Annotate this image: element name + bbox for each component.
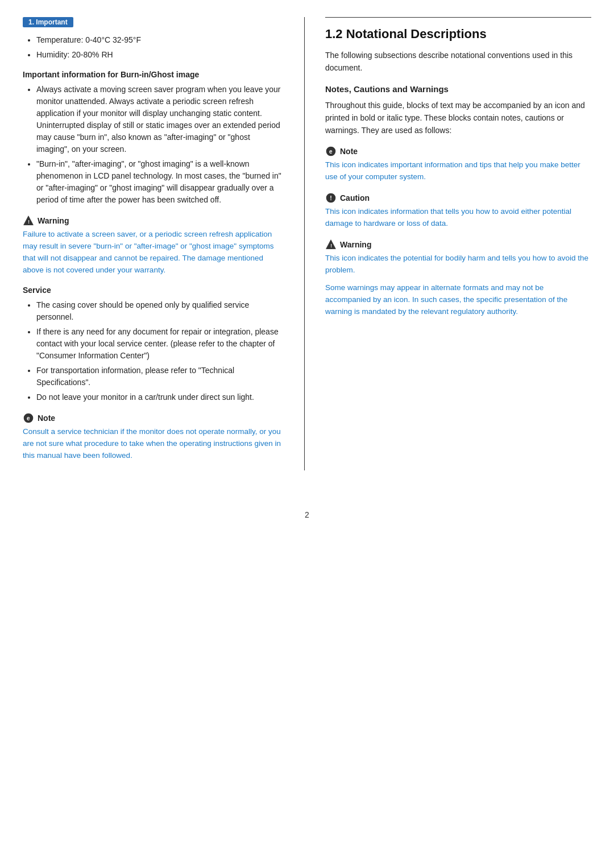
note-label-right: Note	[340, 147, 358, 156]
note-icon: e	[23, 412, 34, 424]
svg-text:!: !	[330, 243, 332, 249]
section-title: 1.2 Notational Descriptions	[325, 27, 591, 42]
warning-label-right: Warning	[340, 240, 371, 249]
section-badge: 1. Important	[23, 17, 73, 27]
svg-text:!: !	[330, 195, 332, 201]
left-column: 1. Important Temperature: 0-40°C 32-95°F…	[23, 17, 281, 470]
list-item: If there is any need for any document fo…	[36, 326, 281, 362]
note-title-right: e Note	[325, 146, 591, 157]
note-icon-right: e	[325, 146, 337, 157]
intro-bullet-list: Temperature: 0-40°C 32-95°F Humidity: 20…	[36, 34, 281, 61]
list-item: Temperature: 0-40°C 32-95°F	[36, 34, 281, 46]
list-item: "Burn-in", "after-imaging", or "ghost im…	[36, 158, 281, 206]
warning-label: Warning	[38, 216, 69, 225]
section-intro: The following subsections describe notat…	[325, 49, 591, 74]
warning-block-right: ! Warning This icon indicates the potent…	[325, 239, 591, 318]
notes-intro: Throughout this guide, blocks of text ma…	[325, 100, 591, 137]
notes-heading: Notes, Cautions and Warnings	[325, 84, 591, 94]
warning-title-right: ! Warning	[325, 239, 591, 250]
burnin-bullet-list: Always activate a moving screen saver pr…	[36, 84, 281, 206]
note-block-service: e Note Consult a service technician if t…	[23, 412, 281, 462]
page-number: 2	[0, 510, 614, 519]
caution-label-right: Caution	[340, 193, 370, 202]
note-text-right: This icon indicates important informatio…	[325, 159, 591, 183]
warning-icon: !	[23, 215, 34, 226]
note-label: Note	[38, 414, 55, 423]
service-heading: Service	[23, 286, 281, 295]
caution-text-right: This icon indicates information that tel…	[325, 206, 591, 230]
note-title: e Note	[23, 412, 281, 424]
burnin-heading: Important information for Burn-in/Ghost …	[23, 70, 281, 79]
list-item: Always activate a moving screen saver pr…	[36, 84, 281, 155]
list-item: The casing cover should be opened only b…	[36, 299, 281, 323]
service-bullet-list: The casing cover should be opened only b…	[36, 299, 281, 403]
warning-text2-right: Some warnings may appear in alternate fo…	[325, 282, 591, 318]
warning-text1-right: This icon indicates the potential for bo…	[325, 253, 591, 276]
svg-text:!: !	[28, 219, 30, 225]
right-column: 1.2 Notational Descriptions The followin…	[304, 17, 591, 470]
note-block-right: e Note This icon indicates important inf…	[325, 146, 591, 183]
svg-text:e: e	[329, 149, 333, 155]
svg-text:e: e	[27, 415, 30, 421]
warning-text: Failure to activate a screen saver, or a…	[23, 229, 281, 276]
list-item: Do not leave your monitor in a car/trunk…	[36, 391, 281, 403]
warning-block-burnin: ! Warning Failure to activate a screen s…	[23, 215, 281, 276]
caution-title-right: ! Caution	[325, 192, 591, 204]
top-divider	[325, 17, 591, 18]
caution-block-right: ! Caution This icon indicates informatio…	[325, 192, 591, 230]
list-item: For transportation information, please r…	[36, 365, 281, 388]
note-text: Consult a service technician if the moni…	[23, 426, 281, 462]
warning-icon-right: !	[325, 239, 337, 250]
list-item: Humidity: 20-80% RH	[36, 49, 281, 61]
caution-icon-right: !	[325, 192, 337, 204]
warning-title: ! Warning	[23, 215, 281, 226]
